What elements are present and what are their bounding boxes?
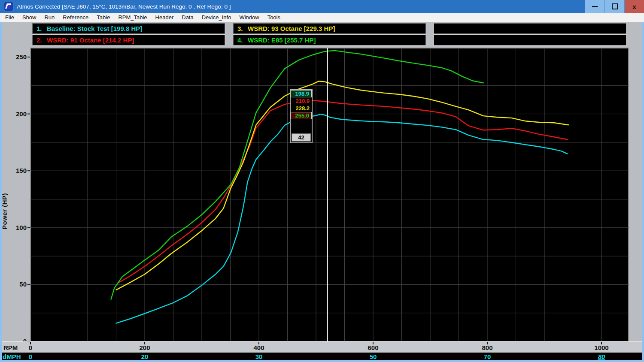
dmph-tick-label: 0 [29,353,32,360]
menu-show[interactable]: Show [22,14,36,21]
dmph-tick-label: 30 [255,353,263,360]
window-border-right [642,22,644,362]
rpm-tick-label: 800 [482,344,492,351]
rpm-axis-label: RPM [3,344,18,351]
cursor-value-run-2: 210.9 [291,97,312,105]
minimize-icon [592,6,598,7]
window-controls: x [585,0,644,13]
close-button[interactable]: x [624,0,644,13]
menu-rpm_table[interactable]: RPM_Table [118,14,147,21]
cursor-sample-index: 42 [292,133,311,142]
y-axis-title: Power (HP) [1,168,9,254]
legend-run-1[interactable]: 1.Baseline: Stock Test [199.8 HP] [32,23,225,34]
legend-run-label: Baseline: Stock Test [199.8 HP] [47,25,142,32]
legend-run-number: 2. [36,36,47,44]
menu-tools[interactable]: Tools [267,14,280,21]
rpm-tick-label: 200 [139,344,150,351]
legend-run-label: WSRD: E85 [255.7 HP] [248,36,316,44]
dmph-tick-label: 70 [484,353,491,360]
legend-run-number: 1. [36,25,47,32]
window-border-bottom [0,360,644,362]
maximize-icon [612,3,618,9]
menu-bar: FileShowRunReferenceTableRPM_TableHeader… [0,13,644,22]
legend-run-number: 4. [237,36,248,44]
legend-run-2[interactable]: 2.WSRD: 91 Octane [214.2 HP] [32,35,225,45]
y-tick-label: 50 [9,281,27,288]
legend-run-label: WSRD: 91 Octane [214.2 HP] [47,36,134,44]
dmph-tick-label: 50 [370,353,377,360]
app-icon [4,2,13,11]
rpm-tick-label: 0 [29,344,32,351]
menu-device_info[interactable]: Device_Info [202,14,231,21]
menu-window[interactable]: Window [239,14,259,21]
close-icon: x [632,3,636,10]
window-border-left [0,22,2,362]
rpm-tick-label: 400 [253,344,264,351]
menu-reference[interactable]: Reference [63,14,88,21]
legend-slot-empty[interactable] [434,35,626,45]
cursor-readout-box[interactable]: 198.9210.9228.2255.042 [290,89,313,143]
title-bar: Atmos Corrected [SAE J607, 15°C, 1013mBa… [0,0,644,13]
menu-data[interactable]: Data [182,14,193,21]
window-title: Atmos Corrected [SAE J607, 15°C, 1013mBa… [17,3,231,10]
legend-slot-empty[interactable] [434,23,626,34]
plot-background [30,48,629,341]
dyno-plot [0,22,644,362]
y-tick-label: 150 [9,167,27,174]
dyno-app-window: Atmos Corrected [SAE J607, 15°C, 1013mBa… [0,0,644,362]
maximize-button[interactable] [605,0,624,13]
y-tick-label: 100 [9,224,27,231]
rpm-tick-label: 1000 [594,344,608,351]
cursor-box-spacer [291,119,312,133]
y-tick-label: 250 [9,53,27,60]
cursor-value-run-4: 255.0 [291,112,312,119]
y-tick-label: 200 [9,110,27,118]
dmph-tick-label[interactable]: 80 [598,353,605,360]
dmph-tick-label: 20 [141,353,149,360]
cursor-value-run-1: 198.9 [291,90,312,97]
rpm-tick-label: 600 [368,344,378,351]
dmph-axis-label: dMPH [3,353,21,360]
chart-area: Power (HP) 050100150200250 RPM 020040060… [0,22,644,362]
minimize-button[interactable] [585,0,605,13]
dmph-axis-strip: dMPH 02030507080 [0,353,643,361]
cursor-value-run-3: 228.2 [291,105,312,112]
rpm-axis-strip: RPM 02004006008001000 [0,341,644,353]
legend-run-label: WSRD: 93 Octane [229.3 HP] [248,25,335,32]
menu-file[interactable]: File [5,14,14,21]
legend-run-number: 3. [237,25,248,32]
menu-run[interactable]: Run [44,14,55,21]
legend-run-3[interactable]: 3.WSRD: 93 Octane [229.3 HP] [233,23,426,34]
menu-header[interactable]: Header [155,14,174,21]
menu-table[interactable]: Table [97,14,110,21]
legend-run-4[interactable]: 4.WSRD: E85 [255.7 HP] [233,35,426,45]
